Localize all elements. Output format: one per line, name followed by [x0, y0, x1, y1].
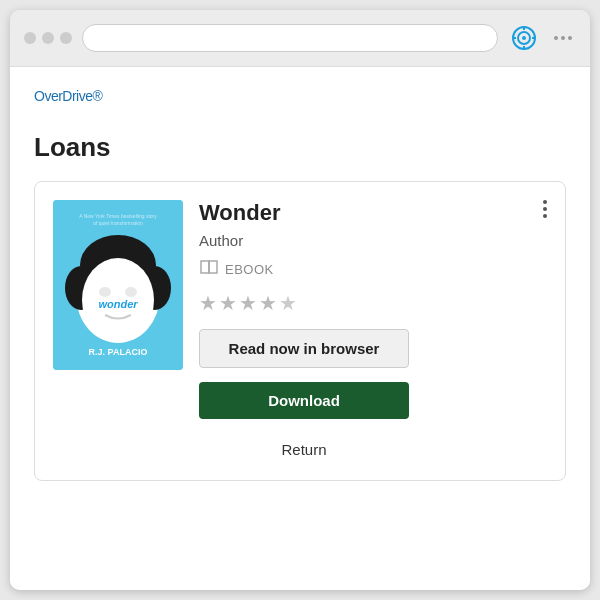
read-now-button[interactable]: Read now in browser — [199, 329, 409, 368]
star-5: ★ — [279, 291, 297, 315]
svg-point-14 — [125, 287, 137, 297]
book-icon — [199, 259, 219, 279]
page-content: OverDrive® Loans — [10, 67, 590, 590]
book-options-menu[interactable] — [539, 196, 551, 222]
options-dot — [543, 214, 547, 218]
title-bar — [10, 10, 590, 67]
menu-dot — [554, 36, 558, 40]
svg-text:of quiet transformation: of quiet transformation — [93, 220, 143, 226]
svg-text:wonder: wonder — [98, 298, 138, 310]
app-window: OverDrive® Loans — [10, 10, 590, 590]
minimize-button[interactable] — [42, 32, 54, 44]
maximize-button[interactable] — [60, 32, 72, 44]
book-title: Wonder — [199, 200, 547, 226]
address-bar[interactable] — [82, 24, 498, 52]
traffic-lights — [24, 32, 72, 44]
star-4: ★ — [259, 291, 277, 315]
menu-dot — [568, 36, 572, 40]
page-title: Loans — [34, 132, 566, 163]
book-author: Author — [199, 232, 547, 249]
close-button[interactable] — [24, 32, 36, 44]
star-3: ★ — [239, 291, 257, 315]
book-type: EBOOK — [199, 259, 547, 279]
star-rating: ★ ★ ★ ★ ★ — [199, 291, 547, 315]
target-icon[interactable] — [508, 22, 540, 54]
svg-text:R.J. PALACIO: R.J. PALACIO — [89, 347, 148, 357]
star-2: ★ — [219, 291, 237, 315]
book-info: Wonder Author EBOOK ★ ★ ★ — [199, 200, 547, 462]
menu-dot — [561, 36, 565, 40]
svg-point-2 — [522, 36, 526, 40]
book-format: EBOOK — [225, 262, 274, 277]
svg-point-13 — [99, 287, 111, 297]
book-cover: wonder R.J. PALACIO A New York Times bes… — [53, 200, 183, 370]
svg-text:A New York Times bestselling s: A New York Times bestselling story — [79, 213, 157, 219]
options-dot — [543, 200, 547, 204]
options-dot — [543, 207, 547, 211]
download-button[interactable]: Download — [199, 382, 409, 419]
overdrive-logo: OverDrive® — [34, 87, 566, 118]
return-button[interactable]: Return — [199, 437, 409, 462]
browser-menu[interactable] — [550, 32, 576, 44]
book-card: wonder R.J. PALACIO A New York Times bes… — [34, 181, 566, 481]
star-1: ★ — [199, 291, 217, 315]
